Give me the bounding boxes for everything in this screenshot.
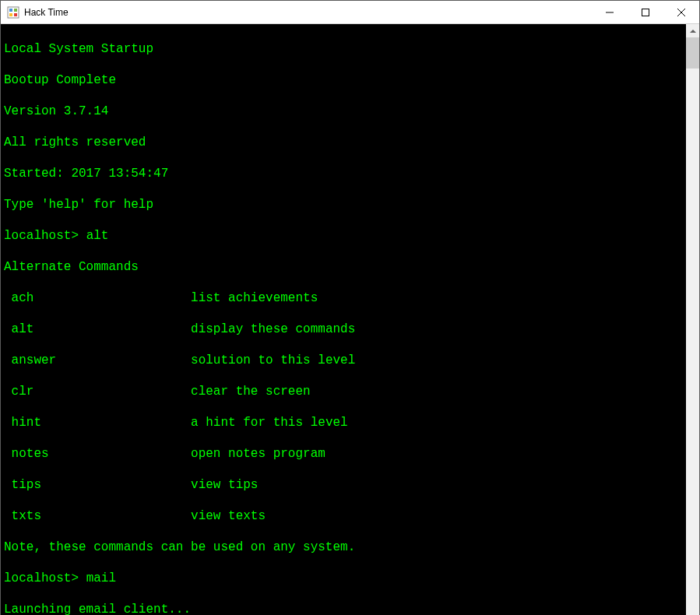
startup-line: Local System Startup: [4, 41, 683, 57]
command-row: clrclear the screen: [4, 384, 683, 399]
app-window: Hack Time Local System Startup Bootup Co…: [0, 0, 700, 615]
startup-line: Started: 2017 13:54:47: [4, 166, 683, 181]
command-desc: view tips: [191, 478, 258, 492]
command-name: ach: [12, 290, 191, 306]
startup-line: Version 3.7.14: [4, 104, 683, 119]
minimize-button[interactable]: [592, 1, 628, 24]
startup-line: Type 'help' for help: [4, 197, 683, 213]
prompt-line: localhost> alt: [4, 228, 683, 244]
client-area: Local System Startup Bootup Complete Ver…: [1, 24, 699, 615]
prompt-line: localhost> mail: [4, 571, 683, 586]
prompt-input: alt: [86, 229, 109, 243]
command-name: alt: [12, 322, 191, 337]
command-desc: display these commands: [191, 322, 355, 336]
titlebar[interactable]: Hack Time: [1, 1, 699, 24]
command-row: achlist achievements: [4, 290, 683, 306]
terminal[interactable]: Local System Startup Bootup Complete Ver…: [1, 24, 686, 615]
app-icon: [7, 6, 19, 19]
command-row: answersolution to this level: [4, 353, 683, 368]
svg-rect-4: [14, 13, 17, 16]
command-name: hint: [12, 415, 191, 430]
output-line: Launching email client...: [4, 602, 683, 615]
command-desc: view texts: [191, 509, 266, 523]
svg-rect-1: [9, 9, 12, 12]
command-row: txtsview texts: [4, 508, 683, 524]
command-name: tips: [12, 477, 191, 493]
prompt-prefix: localhost>: [4, 571, 86, 585]
command-desc: open notes program: [191, 447, 325, 461]
svg-rect-3: [9, 13, 12, 16]
command-name: txts: [12, 508, 191, 524]
command-desc: a hint for this level: [191, 416, 348, 430]
close-button[interactable]: [663, 1, 699, 24]
prompt-input: mail: [86, 571, 116, 585]
window-title: Hack Time: [24, 7, 592, 18]
command-row: hinta hint for this level: [4, 415, 683, 430]
command-name: notes: [12, 446, 191, 462]
svg-rect-2: [14, 9, 17, 12]
command-row: tipsview tips: [4, 477, 683, 493]
note-line: Note, these commands can be used on any …: [4, 539, 683, 555]
maximize-button[interactable]: [628, 1, 663, 24]
prompt-prefix: localhost>: [4, 229, 86, 243]
scroll-up-arrow-icon[interactable]: [686, 24, 699, 37]
section-header: Alternate Commands: [4, 259, 683, 275]
command-name: answer: [12, 353, 191, 368]
scroll-thumb[interactable]: [686, 37, 699, 69]
startup-line: All rights reserved: [4, 135, 683, 150]
command-desc: solution to this level: [191, 353, 355, 367]
command-desc: list achievements: [191, 291, 318, 305]
vertical-scrollbar[interactable]: [686, 24, 699, 615]
svg-marker-9: [690, 30, 696, 33]
svg-rect-6: [642, 9, 649, 16]
command-name: clr: [12, 384, 191, 399]
command-desc: clear the screen: [191, 385, 311, 399]
startup-line: Bootup Complete: [4, 72, 683, 88]
command-row: altdisplay these commands: [4, 322, 683, 337]
command-row: notesopen notes program: [4, 446, 683, 462]
